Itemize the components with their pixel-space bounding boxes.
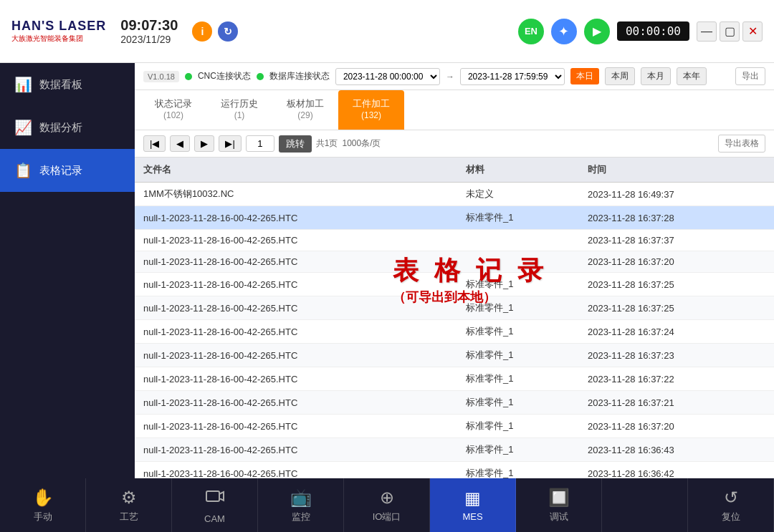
nav-io-label: IO端口	[373, 511, 401, 523]
info-icon[interactable]: i	[192, 21, 212, 42]
today-button[interactable]: 本日	[570, 68, 599, 84]
table-row[interactable]: 1MM不锈钢10032.NC 未定义 2023-11-28 16:49:37	[135, 183, 774, 206]
maximize-button[interactable]: ▢	[720, 21, 740, 42]
table-row[interactable]: null-1-2023-11-28-16-00-42-265.HTC 2023-…	[135, 251, 774, 273]
next-page-button[interactable]: ▶	[194, 135, 214, 152]
cell-time: 2023-11-28 16:37:23	[579, 344, 774, 367]
page-total: 共1页	[316, 137, 338, 150]
cell-material: 标准零件_1	[457, 438, 579, 462]
logo-subtitle: 大族激光智能装备集团	[11, 34, 106, 44]
logo-area: HAN'S LASER 大族激光智能装备集团	[11, 19, 106, 44]
sidebar-label-dashboard: 数据看板	[39, 78, 82, 92]
week-button[interactable]: 本周	[605, 67, 635, 85]
cell-time: 2023-11-28 16:36:43	[579, 438, 774, 462]
cell-time: 2023-11-28 16:37:20	[579, 251, 774, 273]
logo-text: HAN'S LASER	[11, 19, 106, 34]
table-row[interactable]: null-1-2023-11-28-16-00-42-265.HTC 标准零件_…	[135, 462, 774, 479]
sidebar-item-analysis[interactable]: 📈 数据分析	[0, 106, 135, 149]
tab-status-name: 状态记录	[155, 97, 192, 110]
time-area: 09:07:30 2023/11/29	[120, 17, 178, 45]
cell-time: 2023-11-28 16:37:22	[579, 367, 774, 391]
table-row[interactable]: null-1-2023-11-28-16-00-42-265.HTC 标准零件_…	[135, 296, 774, 320]
window-controls: — ▢ ✕	[697, 21, 763, 42]
mes-icon: ▦	[464, 488, 481, 508]
process-icon: ⚙	[121, 488, 137, 508]
cell-file: null-1-2023-11-28-16-00-42-265.HTC	[135, 273, 457, 296]
cell-time: 2023-11-28 16:49:37	[579, 183, 774, 206]
date-separator: →	[446, 72, 454, 82]
first-page-button[interactable]: |◀	[143, 135, 166, 152]
current-time: 09:07:30	[120, 17, 178, 34]
sidebar-item-records[interactable]: 📋 表格记录	[0, 149, 135, 192]
table-row[interactable]: null-1-2023-11-28-16-00-42-265.HTC 标准零件_…	[135, 415, 774, 438]
nav-reset[interactable]: ↺ 复位	[688, 478, 774, 532]
export-table-button[interactable]: 导出表格	[718, 135, 765, 153]
cell-file: null-1-2023-11-28-16-00-42-265.HTC	[135, 296, 457, 320]
cell-material	[457, 251, 579, 273]
language-button[interactable]: EN	[518, 19, 544, 44]
sidebar-item-dashboard[interactable]: 📊 数据看板	[0, 63, 135, 106]
cam-icon	[205, 486, 225, 511]
table-row[interactable]: null-1-2023-11-28-16-00-42-265.HTC 标准零件_…	[135, 273, 774, 296]
close-button[interactable]: ✕	[742, 21, 763, 42]
cell-file: null-1-2023-11-28-16-00-42-265.HTC	[135, 344, 457, 367]
date-to-select[interactable]: 2023-11-28 17:59:59	[460, 68, 565, 85]
export-button[interactable]: 导出	[735, 67, 765, 85]
current-date: 2023/11/29	[120, 34, 178, 45]
db-status-dot	[257, 73, 264, 80]
cell-material: 未定义	[457, 183, 579, 206]
tab-history[interactable]: 运行历史 (1)	[206, 90, 272, 130]
nav-io[interactable]: ⊕ IO端口	[344, 478, 430, 532]
tab-material[interactable]: 板材加工 (29)	[272, 90, 338, 130]
cell-material: 标准零件_1	[457, 320, 579, 344]
year-button[interactable]: 本年	[677, 67, 707, 85]
tab-history-name: 运行历史	[221, 97, 258, 110]
cell-time: 2023-11-28 16:37:25	[579, 296, 774, 320]
cell-file: null-1-2023-11-28-16-00-42-265.HTC	[135, 206, 457, 230]
cell-time: 2023-11-28 16:37:37	[579, 230, 774, 251]
page-input[interactable]	[246, 135, 274, 152]
jump-button[interactable]: 跳转	[279, 135, 312, 153]
records-table: 文件名 材料 时间 1MM不锈钢10032.NC 未定义 2023-11-28 …	[135, 158, 774, 478]
table-row[interactable]: null-1-2023-11-28-16-00-42-265.HTC 标准零件_…	[135, 438, 774, 462]
col-header-time: 时间	[579, 158, 774, 183]
month-button[interactable]: 本月	[641, 67, 671, 85]
table-row[interactable]: null-1-2023-11-28-16-00-42-265.HTC 标准零件_…	[135, 367, 774, 391]
cnc-status-dot	[185, 73, 192, 80]
main-area: V1.0.18 CNC连接状态 数据库连接状态 2023-11-28 00:00…	[135, 63, 774, 478]
records-icon: 📋	[14, 162, 32, 179]
tab-work[interactable]: 工件加工 (132)	[338, 90, 404, 130]
refresh-icon[interactable]: ↻	[218, 21, 238, 42]
cell-material: 标准零件_1	[457, 296, 579, 320]
nav-process[interactable]: ⚙ 工艺	[86, 478, 172, 532]
nav-manual[interactable]: ✋ 手动	[0, 478, 86, 532]
table-row[interactable]: null-1-2023-11-28-16-00-42-265.HTC 标准零件_…	[135, 391, 774, 415]
cell-material: 标准零件_1	[457, 462, 579, 479]
table-row[interactable]: null-1-2023-11-28-16-00-42-265.HTC 标准零件_…	[135, 206, 774, 230]
cell-file: null-1-2023-11-28-16-00-42-265.HTC	[135, 230, 457, 251]
tab-material-name: 板材加工	[287, 97, 324, 110]
cell-file: null-1-2023-11-28-16-00-42-265.HTC	[135, 438, 457, 462]
nav-mes[interactable]: ▦ MES	[430, 478, 516, 532]
minimize-button[interactable]: —	[697, 21, 717, 42]
last-page-button[interactable]: ▶|	[219, 135, 241, 152]
prev-page-button[interactable]: ◀	[170, 135, 190, 152]
table-row[interactable]: null-1-2023-11-28-16-00-42-265.HTC 2023-…	[135, 230, 774, 251]
play-button[interactable]: ▶	[584, 19, 610, 44]
cell-file: 1MM不锈钢10032.NC	[135, 183, 457, 206]
nav-cam-label: CAM	[204, 513, 225, 524]
nav-spacer	[602, 478, 688, 532]
table-row[interactable]: null-1-2023-11-28-16-00-42-265.HTC 标准零件_…	[135, 344, 774, 367]
nav-cam[interactable]: CAM	[172, 478, 258, 532]
table-row[interactable]: null-1-2023-11-28-16-00-42-265.HTC 标准零件_…	[135, 320, 774, 344]
date-from-select[interactable]: 2023-11-28 00:00:00	[335, 68, 440, 85]
nav-debug-label: 调试	[550, 511, 568, 523]
reset-icon: ↺	[724, 488, 738, 508]
nav-monitor[interactable]: 📺 监控	[258, 478, 344, 532]
pagination-bar: |◀ ◀ ▶ ▶| 跳转 共1页 1000条/页 导出表格	[135, 130, 774, 158]
col-header-file: 文件名	[135, 158, 457, 183]
nav-debug[interactable]: 🔲 调试	[516, 478, 602, 532]
timer-display: 00:00:00	[617, 21, 689, 41]
globe-icon[interactable]: ✦	[551, 19, 577, 44]
tab-status[interactable]: 状态记录 (102)	[140, 90, 206, 130]
